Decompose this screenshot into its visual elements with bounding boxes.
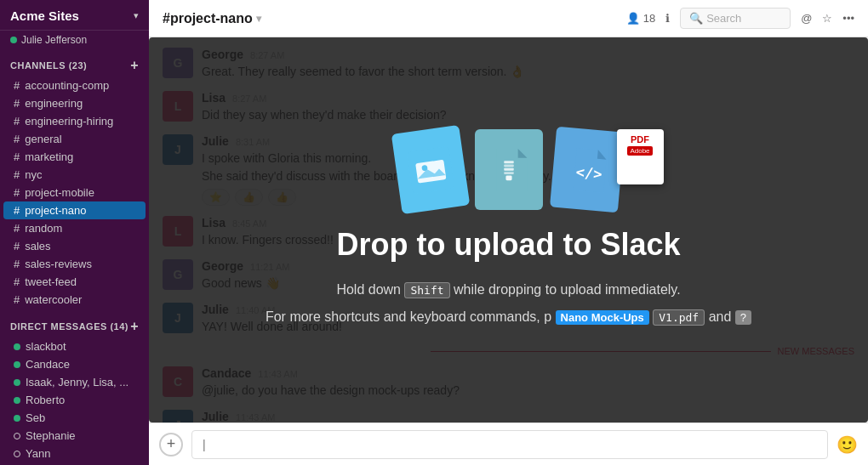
sidebar-item-project-nano[interactable]: # project-nano	[3, 201, 146, 219]
drop-overlay: </> PDF Adobe Drop to upload to Slack Ho…	[149, 37, 868, 422]
emoji-button[interactable]: 🙂	[837, 434, 858, 455]
dm-section: DIRECT MESSAGES (14) + slackbot Candace …	[0, 314, 149, 462]
channels-label: CHANNELS (23)	[10, 60, 87, 71]
sidebar-item-engineering-hiring[interactable]: # engineering-hiring	[3, 112, 146, 130]
dm-candace[interactable]: Candace	[3, 355, 146, 373]
sidebar-item-nyc[interactable]: # nyc	[3, 166, 146, 184]
nano-mockups-badge: Nano Mock-Ups	[556, 310, 649, 325]
header-actions: 👤 18 ℹ 🔍 Search @ ☆ •••	[626, 8, 854, 29]
question-badge: ?	[735, 310, 751, 325]
svg-rect-6	[504, 167, 513, 170]
hint2-and: and	[709, 309, 732, 324]
hint2-before: For more shortcuts and keyboard commands…	[266, 309, 551, 324]
zip-file-icon	[475, 129, 543, 210]
online-dot-icon	[14, 397, 20, 404]
code-file-icon: </>	[550, 127, 625, 213]
dm-seb[interactable]: Seb	[3, 409, 146, 427]
workspace-name: Acme Sites	[10, 9, 79, 23]
drop-title: Drop to upload to Slack	[336, 227, 680, 263]
hint-after: while dropping to upload immediately.	[454, 282, 681, 297]
channel-title: #project-nano ▾	[163, 11, 261, 26]
status-dot-icon	[10, 37, 17, 43]
dm-yann[interactable]: Yann	[3, 445, 146, 462]
sidebar-item-project-mobile[interactable]: # project-mobile	[3, 184, 146, 201]
message-input[interactable]	[191, 430, 828, 459]
search-placeholder: Search	[706, 12, 741, 25]
user-name: Julie Jefferson	[21, 34, 87, 46]
shift-key-badge: Shift	[404, 282, 449, 298]
sidebar-item-marketing[interactable]: # marketing	[3, 148, 146, 166]
add-attachment-button[interactable]: +	[159, 433, 183, 456]
chat-header: #project-nano ▾ 👤 18 ℹ 🔍 Search @ ☆ •••	[149, 0, 868, 37]
sidebar-item-random[interactable]: # random	[3, 219, 146, 237]
channel-name: #project-nano	[163, 11, 253, 26]
people-icon: 👤	[626, 12, 640, 25]
channel-chevron-icon: ▾	[256, 13, 261, 25]
svg-rect-4	[504, 161, 513, 163]
hint-before: Hold down	[336, 282, 401, 297]
workspace-header[interactable]: Acme Sites ▾	[0, 0, 149, 31]
offline-dot-icon	[14, 451, 20, 457]
dm-group[interactable]: Isaak, Jenny, Lisa, ...	[3, 373, 146, 391]
dm-section-header: DIRECT MESSAGES (14) +	[0, 314, 149, 337]
more-icon[interactable]: •••	[842, 12, 854, 25]
channels-section-header: CHANNELS (23) +	[0, 53, 149, 77]
svg-rect-7	[504, 172, 513, 174]
sidebar-item-accounting-comp[interactable]: # accounting-comp	[3, 77, 146, 94]
drop-icons: </> PDF Adobe	[397, 129, 621, 210]
sidebar: Acme Sites ▾ Julie Jefferson CHANNELS (2…	[0, 0, 149, 465]
sidebar-item-sales[interactable]: # sales	[3, 237, 146, 255]
main-content: #project-nano ▾ 👤 18 ℹ 🔍 Search @ ☆ ••• …	[149, 0, 868, 465]
at-icon[interactable]: @	[801, 12, 812, 25]
dm-stephanie[interactable]: Stephanie	[3, 427, 146, 445]
input-area: + 🙂	[149, 422, 868, 465]
offline-dot-icon	[14, 433, 20, 439]
sidebar-item-engineering[interactable]: # engineering	[3, 94, 146, 112]
workspace-chevron-icon: ▾	[134, 10, 139, 21]
svg-text:</>: </>	[575, 163, 603, 183]
sidebar-item-watercooler[interactable]: # watercooler	[3, 291, 146, 309]
drop-hint-2: For more shortcuts and keyboard commands…	[266, 303, 751, 331]
star-icon[interactable]: ☆	[822, 12, 832, 25]
image-file-icon	[391, 125, 469, 214]
online-dot-icon	[14, 379, 20, 386]
svg-rect-5	[504, 164, 513, 167]
dm-roberto[interactable]: Roberto	[3, 391, 146, 409]
sidebar-item-general[interactable]: # general	[3, 130, 146, 148]
sidebar-item-tweet-feed[interactable]: # tweet-feed	[3, 273, 146, 291]
search-box[interactable]: 🔍 Search	[680, 8, 791, 29]
add-channel-icon[interactable]: +	[130, 58, 139, 73]
pdf-file-icon: PDF Adobe	[617, 129, 664, 184]
member-count-value: 18	[643, 12, 655, 25]
member-count[interactable]: 👤 18	[626, 12, 655, 25]
sidebar-item-sales-reviews[interactable]: # sales-reviews	[3, 255, 146, 273]
drop-hint-1: Hold down Shift while dropping to upload…	[336, 276, 680, 303]
channels-list: # accounting-comp # engineering # engine…	[0, 77, 149, 309]
online-dot-icon	[14, 361, 20, 368]
user-status: Julie Jefferson	[0, 31, 149, 53]
v1-pdf-badge: V1.pdf	[653, 309, 705, 326]
search-icon: 🔍	[689, 12, 703, 25]
dm-slackbot[interactable]: slackbot	[3, 337, 146, 355]
svg-rect-8	[505, 175, 511, 180]
add-dm-icon[interactable]: +	[130, 319, 139, 334]
info-icon[interactable]: ℹ	[665, 12, 670, 25]
online-dot-icon	[14, 343, 20, 350]
online-dot-icon	[14, 415, 20, 422]
